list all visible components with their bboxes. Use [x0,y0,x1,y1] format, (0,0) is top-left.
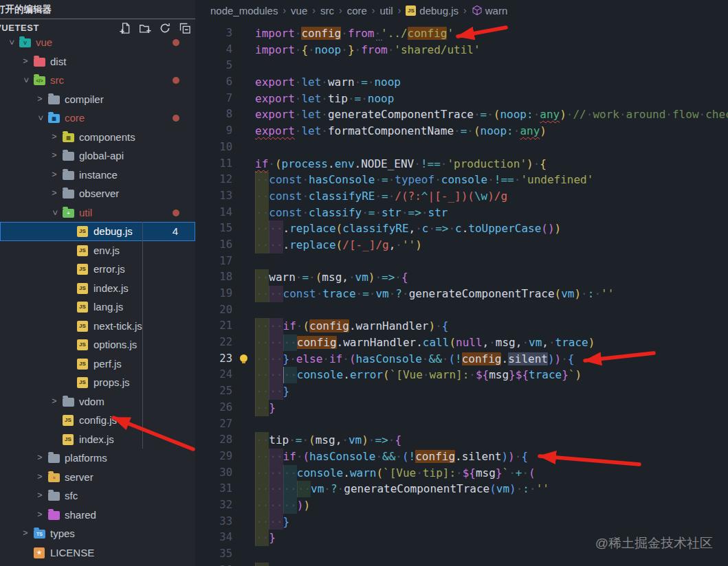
tree-item-lang.js[interactable]: JSlang.js [0,297,195,317]
tree-item-next-tick.js[interactable]: JSnext-tick.js [0,317,195,336]
tree-item-label: index.js [79,430,114,449]
tree-item-props.js[interactable]: JSprops.js [0,373,195,392]
indent-guide: ·· [269,481,283,497]
line-number: 8 [195,106,232,123]
code-line-18[interactable]: 18··warn·=·(msg,·vm)·=>·{ [195,269,728,286]
chevron-right-icon: > [20,524,31,543]
code-line-24[interactable]: 24······console.error(`[Vue·warn]:·${msg… [195,367,728,383]
code-text: ····if·(config.warnHandler)·{ [255,318,448,335]
code-text: ·· [255,563,269,566]
folder-icon-src: </> [34,76,45,85]
indent-guide: ·· [255,335,269,351]
lightbulb-icon[interactable] [239,354,248,363]
tree-item-src[interactable]: ></>src [0,71,195,90]
tree-item-index.js[interactable]: JSindex.js [0,279,195,298]
code-line-6[interactable]: 6export·let·warn·=·noop [195,74,728,91]
chevron-down-icon: > [45,207,64,218]
breadcrumb-item-debug.js[interactable]: JSdebug.js [406,5,459,16]
line-number: 23 [195,351,232,367]
folder-icon-shared [48,511,60,520]
indent-guide: ·· [297,481,311,497]
line-number: 11 [195,156,232,172]
code-line-9[interactable]: 9export·let·formatComponentName·=·(noop:… [195,123,728,139]
indent-guide: ·· [255,172,269,188]
code-line-5[interactable]: 5 [195,58,728,74]
code-line-12[interactable]: 12··const·hasConsole·=·typeof·console·!=… [195,172,728,188]
indent-guide: ·· [255,481,269,497]
tree-item-LICENSE[interactable]: ★LICENSE [0,543,195,563]
code-line-19[interactable]: 19····const·trace·=·vm·?·generateCompone… [195,286,728,302]
tree-item-label: vue [36,33,52,52]
tree-item-label: index.js [93,279,129,298]
tree-item-compiler[interactable]: >compiler [0,90,195,109]
code-line-7[interactable]: 7export·let·tip·=·noop [195,91,728,107]
open-editors-header[interactable]: 打开的编辑器 [0,0,195,19]
code-line-23[interactable]: 23····}·else·if·(hasConsole·&&·(!config.… [195,351,728,367]
code-line-13[interactable]: 13··const·classifyRE·=·/(?:^|[-_])(\w)/g [195,188,728,205]
tree-item-util[interactable]: >+util [0,203,195,223]
breadcrumb-item-core[interactable]: core [347,5,367,16]
tree-item-label: compiler [65,90,104,109]
code-line-21[interactable]: 21····if·(config.warnHandler)·{ [195,318,728,335]
code-line-10[interactable]: 10 [195,139,728,156]
code-line-27[interactable]: 27 [195,416,728,433]
tree-item-sfc[interactable]: >sfc [0,486,195,506]
tree-item-perf.js[interactable]: JSperf.js [0,354,195,374]
tree-item-server[interactable]: >≡server [0,468,195,487]
js-file-icon: JS [77,264,88,275]
code-line-8[interactable]: 8export·let·generateComponentTrace·=·(no… [195,106,728,123]
tree-item-label: vdom [79,392,104,411]
code-text: ····const·trace·=·vm·?·generateComponent… [255,286,614,302]
modified-dot-badge [173,39,179,46]
explorer-sidebar: 打开的编辑器 VUETEST >Vvue>dist></>src>compile… [0,0,195,566]
code-line-33[interactable]: 33····} [195,514,728,530]
code-line-30[interactable]: 30······console.warn(`[Vue·tip]:·${msg}`… [195,465,728,482]
tree-item-config.js[interactable]: JSconfig.js [0,411,195,430]
tree-item-label: observer [79,184,119,203]
code-line-3[interactable]: 3import·config·from·'../config' [195,25,728,42]
code-line-25[interactable]: 25····} [195,383,728,400]
tree-item-instance[interactable]: >instance [0,166,195,185]
breadcrumb-item-vue[interactable]: vue [291,5,307,16]
tree-item-global-api[interactable]: >global-api [0,146,195,166]
tree-item-index.js[interactable]: JSindex.js [0,430,195,449]
tree-item-options.js[interactable]: JSoptions.js [0,335,195,354]
code-line-17[interactable]: 17 [195,253,728,270]
tree-item-label: sfc [65,486,78,506]
tree-item-label: LICENSE [50,543,94,563]
code-line-20[interactable]: 20 [195,302,728,319]
line-number: 5 [195,58,232,74]
code-line-36[interactable]: 36·· [195,563,728,566]
code-line-15[interactable]: 15····.replace(classifyRE,·c·=>·c.toUppe… [195,220,728,237]
folder-icon-components: ▤ [63,133,74,142]
code-line-4[interactable]: 4import·{·noop·}·from·'shared/util' [195,42,728,58]
tree-item-vue[interactable]: >Vvue [0,33,195,52]
breadcrumb-item-src[interactable]: src [320,5,334,16]
code-line-31[interactable]: 31········vm·?·generateComponentTrace(vm… [195,481,728,497]
tree-item-dist[interactable]: >dist [0,52,195,71]
tree-item-core[interactable]: >▦core [0,109,195,128]
breadcrumb-item-node_modules[interactable]: node_modules [210,5,278,16]
code-line-14[interactable]: 14··const·classify·=·str·=>·str [195,205,728,221]
tree-item-observer[interactable]: >observer [0,184,195,203]
editor-pane: node_modules›vue›src›core›util›JSdebug.j… [195,0,728,566]
code-line-28[interactable]: 28··tip·=·(msg,·vm)·=>·{ [195,432,728,449]
tree-item-env.js[interactable]: JSenv.js [0,241,195,260]
code-line-22[interactable]: 22······config.warnHandler.call(null,·ms… [195,335,728,351]
code-line-29[interactable]: 29····if·(hasConsole·&&·(!config.silent)… [195,449,728,465]
tree-item-platforms[interactable]: >platforms [0,449,195,468]
breadcrumb-item-util[interactable]: util [379,5,393,16]
tree-item-debug.js[interactable]: JSdebug.js4 [0,222,195,241]
tree-item-shared[interactable]: >shared [0,506,195,525]
code-line-11[interactable]: 11if·(process.env.NODE_ENV·!==·'producti… [195,156,728,172]
tree-item-types[interactable]: >TStypes [0,524,195,543]
code-text: ····.replace(classifyRE,·c·=>·c.toUpperC… [255,220,561,237]
code-line-26[interactable]: 26··} [195,400,728,416]
code-line-32[interactable]: 32······)) [195,497,728,514]
breadcrumb-item-warn[interactable]: warn [472,5,508,16]
code-line-16[interactable]: 16····.replace(/[-_]/g,·'') [195,237,728,253]
code-text: ······config.warnHandler.call(null,·msg,… [255,335,595,351]
tree-item-components[interactable]: >▤components [0,128,195,147]
tree-item-error.js[interactable]: JSerror.js [0,260,195,279]
tree-item-vdom[interactable]: >vdom [0,392,195,411]
